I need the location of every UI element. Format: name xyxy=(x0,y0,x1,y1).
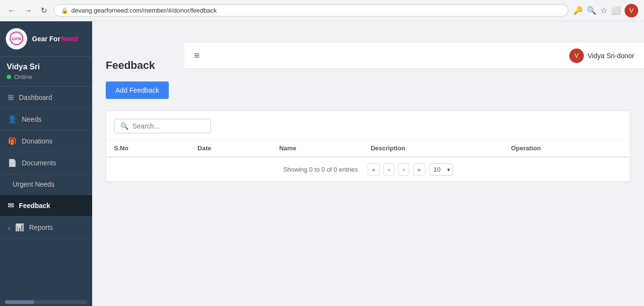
header-user: V Vidya Sri-donor xyxy=(569,48,634,63)
star-icon[interactable]: ☆ xyxy=(600,6,607,15)
sidebar-item-feedback[interactable]: ✉ Feedback xyxy=(0,195,92,217)
col-name: Name xyxy=(272,140,363,157)
sidebar-item-reports[interactable]: › 📊 Reports xyxy=(0,217,92,239)
reports-label: Reports xyxy=(29,224,53,231)
sidebar: GFN Gear For Need Vidya Sri Online ⊞ Das… xyxy=(0,21,92,306)
documents-label: Documents xyxy=(22,159,56,167)
feedback-icon: ✉ xyxy=(8,201,14,210)
add-feedback-button[interactable]: Add Feedback xyxy=(106,81,169,99)
avatar-initial: V xyxy=(575,52,579,59)
sidebar-nav: ⊞ Dashboard 👤 Needs 🎁 Donations 📄 Docume… xyxy=(0,87,92,298)
brand-part2: Need xyxy=(61,35,78,43)
needs-icon: 👤 xyxy=(8,115,17,124)
logo-circle: GFN xyxy=(6,28,27,49)
header-username: Vidya Sri-donor xyxy=(588,52,634,60)
brand-name: Gear For Need xyxy=(32,35,78,43)
user-name: Vidya Sri xyxy=(7,63,85,71)
profile-avatar-browser[interactable]: V xyxy=(625,4,638,17)
logo-text: GFN xyxy=(10,32,23,47)
col-description: Description xyxy=(363,140,503,157)
sidebar-item-dashboard[interactable]: ⊞ Dashboard xyxy=(0,87,92,109)
table-header-row: S.No Date Name Description Operation xyxy=(106,140,630,157)
browser-bar: ← → ↻ 🔒 devang.gearforneed.com/member/#/… xyxy=(0,0,644,21)
search-box[interactable]: 🔍 xyxy=(114,119,211,133)
brand-part1: Gear For xyxy=(32,35,60,43)
sidebar-item-documents[interactable]: 📄 Documents xyxy=(0,152,92,174)
table-header: S.No Date Name Description Operation xyxy=(106,140,630,157)
feedback-table: S.No Date Name Description Operation xyxy=(106,140,630,157)
back-button[interactable]: ← xyxy=(6,4,17,17)
scrollbar-thumb xyxy=(5,300,34,304)
first-page-button[interactable]: « xyxy=(368,163,380,176)
url-text: devang.gearforneed.com/member/#/donor/fe… xyxy=(71,7,217,14)
main-area: ≡ V Vidya Sri-donor Feedback Add Feedbac… xyxy=(92,21,644,306)
status-text: Online xyxy=(14,73,32,81)
prev-page-button[interactable]: ‹ xyxy=(384,163,394,176)
next-page-button[interactable]: › xyxy=(398,163,409,176)
search-icon-browser[interactable]: 🔍 xyxy=(587,6,596,15)
sidebar-header: GFN Gear For Need xyxy=(0,21,92,57)
refresh-button[interactable]: ↻ xyxy=(39,4,49,17)
table-footer: Showing 0 to 0 of 0 entries « ‹ › » 10 2… xyxy=(106,157,630,181)
feedback-table-card: 🔍 S.No Date Name Description Operation xyxy=(106,111,630,182)
sidebar-item-donations[interactable]: 🎁 Donations xyxy=(0,130,92,152)
user-status: Online xyxy=(7,73,85,81)
page-size-wrapper: 10 25 50 xyxy=(429,163,453,176)
last-page-button[interactable]: » xyxy=(413,163,425,176)
needs-label: Needs xyxy=(22,115,41,123)
hamburger-button[interactable]: ≡ xyxy=(194,50,200,61)
extensions-icon[interactable]: ⬜ xyxy=(611,6,621,15)
svg-text:GFN: GFN xyxy=(12,36,21,41)
donations-label: Donations xyxy=(22,137,52,145)
lock-icon: 🔒 xyxy=(61,7,68,14)
search-icon: 🔍 xyxy=(120,122,129,130)
address-bar[interactable]: 🔒 devang.gearforneed.com/member/#/donor/… xyxy=(54,4,568,16)
content-wrapper: Feedback Add Feedback 🔍 S.No Date Name xyxy=(92,48,644,306)
page-size-select[interactable]: 10 25 50 xyxy=(429,163,453,176)
forward-button[interactable]: → xyxy=(22,4,34,17)
documents-icon: 📄 xyxy=(8,159,17,167)
status-dot xyxy=(7,75,11,79)
user-section: Vidya Sri Online xyxy=(0,57,92,87)
app-container: GFN Gear For Need Vidya Sri Online ⊞ Das… xyxy=(0,21,644,306)
dashboard-label: Dashboard xyxy=(19,94,52,101)
table-search-row: 🔍 xyxy=(106,111,630,140)
search-input[interactable] xyxy=(132,122,205,130)
dashboard-icon: ⊞ xyxy=(8,93,14,102)
col-operation: Operation xyxy=(503,140,630,157)
sidebar-item-urgent-needs[interactable]: Urgent Needs xyxy=(0,174,92,195)
key-icon[interactable]: 🔑 xyxy=(573,6,583,15)
browser-icons: 🔑 🔍 ☆ ⬜ V xyxy=(573,4,638,17)
urgent-needs-label: Urgent Needs xyxy=(13,180,54,188)
donations-icon: 🎁 xyxy=(8,137,17,145)
reports-icon: 📊 xyxy=(15,223,24,232)
sidebar-scrollbar[interactable] xyxy=(5,300,87,304)
top-header: ≡ V Vidya Sri-donor xyxy=(184,43,644,69)
col-sno: S.No xyxy=(106,140,190,157)
header-avatar: V xyxy=(569,48,584,63)
col-date: Date xyxy=(190,140,271,157)
showing-text: Showing 0 to 0 of 0 entries xyxy=(283,166,358,173)
chevron-right-icon: › xyxy=(8,224,10,232)
sidebar-item-needs[interactable]: 👤 Needs xyxy=(0,109,92,130)
feedback-label: Feedback xyxy=(19,202,50,209)
